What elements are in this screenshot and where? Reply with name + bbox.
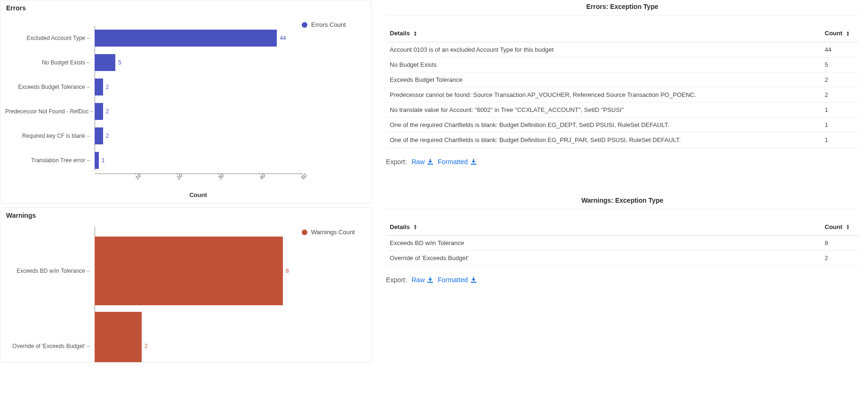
export-formatted-link[interactable]: Formatted bbox=[438, 276, 476, 284]
table-row[interactable]: No Budget Exists5 bbox=[386, 57, 859, 72]
bar-category-label: Excluded Account Type bbox=[5, 35, 90, 41]
legend-label: Warnings Count bbox=[311, 229, 355, 236]
export-formatted-link[interactable]: Formatted bbox=[438, 158, 476, 166]
bar-fill[interactable] bbox=[95, 237, 283, 305]
bar-value-label: 2 bbox=[106, 84, 109, 90]
bar-category-label: Exceeds BD w/in Tolerance bbox=[5, 268, 90, 274]
cell-count: 44 bbox=[821, 42, 859, 57]
column-header-count[interactable]: Count bbox=[821, 219, 859, 236]
bar-fill[interactable] bbox=[95, 79, 103, 95]
download-icon bbox=[427, 159, 433, 165]
x-axis-line bbox=[95, 174, 302, 174]
errors-table-section: Errors: Exception Type Details Count bbox=[386, 0, 859, 166]
legend-label: Errors Count bbox=[311, 21, 346, 28]
table-row[interactable]: Exceeds BD w/in Tolerance8 bbox=[386, 236, 859, 251]
sort-icon[interactable] bbox=[846, 224, 850, 230]
cell-details: One of the required Chartfields is blank… bbox=[386, 117, 821, 132]
errors-table: Details Count Account 0103 is of an excl… bbox=[386, 25, 859, 148]
export-label: Export: bbox=[386, 158, 407, 166]
bar-row[interactable]: Exceeds Budget Tolerance2 bbox=[95, 75, 302, 99]
download-icon bbox=[471, 159, 476, 165]
warnings-table-section: Warnings: Exception Type Details Count bbox=[386, 194, 859, 284]
bar-category-label: Override of 'Exceeds Budget' bbox=[5, 343, 90, 349]
cell-count: 1 bbox=[821, 117, 859, 132]
bar-row[interactable]: Required key CF is blank2 bbox=[95, 124, 302, 148]
bar-fill[interactable] bbox=[95, 127, 103, 144]
bar-fill[interactable] bbox=[95, 30, 277, 47]
sort-icon[interactable] bbox=[413, 224, 417, 230]
warnings-table-title: Warnings: Exception Type bbox=[386, 194, 859, 209]
table-row[interactable]: No translate value for Account: "6002" i… bbox=[386, 102, 859, 117]
warnings-chart-panel: Warnings Exceeds BD w/in Tolerance8Overr… bbox=[0, 207, 372, 363]
column-header-details[interactable]: Details bbox=[386, 25, 821, 42]
legend-swatch-icon bbox=[302, 230, 307, 235]
legend-swatch-icon bbox=[302, 22, 307, 28]
cell-count: 1 bbox=[821, 102, 859, 117]
download-icon bbox=[427, 277, 433, 283]
bar-value-label: 8 bbox=[286, 268, 289, 274]
sort-icon[interactable] bbox=[413, 31, 417, 37]
column-header-count[interactable]: Count bbox=[821, 25, 859, 42]
bar-value-label: 44 bbox=[280, 35, 286, 41]
table-row[interactable]: One of the required Chartfields is blank… bbox=[386, 117, 859, 132]
column-header-details[interactable]: Details bbox=[386, 219, 821, 236]
bar-category-label: Required key CF is blank bbox=[5, 133, 90, 139]
table-row[interactable]: Override of 'Exceeds Budget'2 bbox=[386, 251, 859, 266]
bar-fill[interactable] bbox=[95, 152, 99, 169]
export-raw-link[interactable]: Raw bbox=[411, 158, 433, 166]
cell-details: Predecessor cannot be found: Source Tran… bbox=[386, 87, 821, 102]
errors-legend: Errors Count bbox=[302, 15, 367, 198]
bar-row[interactable]: Exceeds BD w/in Tolerance8 bbox=[95, 233, 302, 309]
bar-fill[interactable] bbox=[95, 54, 115, 71]
cell-count: 2 bbox=[821, 72, 859, 87]
cell-details: Exceeds BD w/in Tolerance bbox=[386, 236, 821, 251]
cell-details: Exceeds Budget Tolerance bbox=[386, 72, 821, 87]
cell-count: 1 bbox=[821, 132, 859, 147]
bar-row[interactable]: Excluded Account Type44 bbox=[95, 26, 302, 50]
cell-count: 2 bbox=[821, 87, 859, 102]
sort-icon[interactable] bbox=[846, 31, 850, 37]
download-icon bbox=[471, 277, 476, 283]
bar-value-label: 2 bbox=[106, 133, 109, 139]
table-row[interactable]: Predecessor cannot be found: Source Tran… bbox=[386, 87, 859, 102]
cell-details: Override of 'Exceeds Budget' bbox=[386, 251, 821, 266]
table-row[interactable]: Account 0103 is of an excluded Account T… bbox=[386, 42, 859, 57]
warnings-legend: Warnings Count bbox=[302, 222, 367, 363]
errors-chart-title: Errors bbox=[6, 4, 367, 12]
cell-details: Account 0103 is of an excluded Account T… bbox=[386, 42, 821, 57]
cell-details: One of the required Chartfields is blank… bbox=[386, 132, 821, 147]
bar-value-label: 5 bbox=[118, 59, 121, 66]
bar-row[interactable]: Override of 'Exceeds Budget'2 bbox=[95, 309, 302, 363]
cell-details: No translate value for Account: "6002" i… bbox=[386, 102, 821, 117]
table-row[interactable]: One of the required Chartfields is blank… bbox=[386, 132, 859, 147]
warnings-table: Details Count Exceeds BD w/in Tolerance8… bbox=[386, 219, 859, 266]
errors-chart-panel: Errors Excluded Account Type44No Budget … bbox=[0, 0, 372, 204]
cell-count: 8 bbox=[821, 236, 859, 251]
warnings-chart-title: Warnings bbox=[6, 212, 367, 219]
cell-count: 2 bbox=[821, 251, 859, 266]
bar-row[interactable]: No Budget Exists5 bbox=[95, 50, 302, 75]
table-row[interactable]: Exceeds Budget Tolerance2 bbox=[386, 72, 859, 87]
bar-value-label: 2 bbox=[145, 343, 148, 349]
cell-details: No Budget Exists bbox=[386, 57, 821, 72]
errors-table-title: Errors: Exception Type bbox=[386, 0, 859, 16]
bar-category-label: Translation Tree error bbox=[5, 157, 90, 164]
bar-row[interactable]: Translation Tree error1 bbox=[95, 148, 302, 173]
bar-row[interactable]: Predecessor Not Found - RefDoc2 bbox=[95, 99, 302, 124]
bar-value-label: 1 bbox=[102, 157, 105, 164]
bar-category-label: Predecessor Not Found - RefDoc bbox=[5, 108, 90, 115]
export-label: Export: bbox=[386, 276, 407, 284]
bar-value-label: 2 bbox=[106, 108, 109, 115]
bar-fill[interactable] bbox=[95, 312, 142, 363]
export-raw-link[interactable]: Raw bbox=[411, 276, 433, 284]
x-axis-title: Count bbox=[95, 191, 302, 198]
bar-fill[interactable] bbox=[95, 103, 103, 120]
bar-category-label: No Budget Exists bbox=[5, 59, 90, 66]
cell-count: 5 bbox=[821, 57, 859, 72]
bar-category-label: Exceeds Budget Tolerance bbox=[5, 84, 90, 90]
